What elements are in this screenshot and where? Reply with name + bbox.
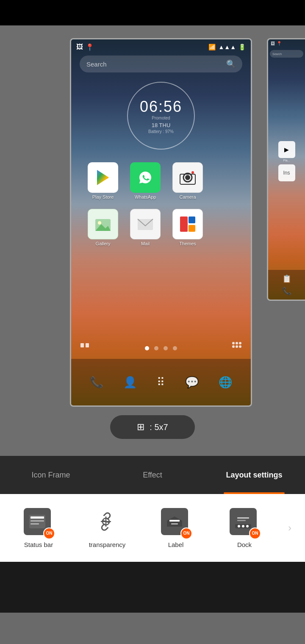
main-preview-area: 🖼 📍 📶 ▲▲▲ 🔋 Search 🔍 06:56 Promoted 18 T… (0, 25, 305, 456)
tab-layout-settings-label: Layout settings (226, 471, 282, 480)
page-dots (145, 346, 177, 350)
tab-effect-label: Effect (143, 471, 162, 480)
search-icon: 🔍 (226, 59, 236, 69)
phone-search-bar[interactable]: Search 🔍 (80, 56, 242, 72)
partial-app-2: Ins (278, 164, 295, 181)
label-settings-label: Label (168, 541, 184, 548)
status-left-icons: 🖼 📍 (76, 43, 94, 51)
page-dot-1 (145, 346, 149, 350)
app-icon-camera[interactable]: Camera (169, 162, 207, 205)
gallery-icon-bg (88, 209, 118, 239)
status-bar-label: Status bar (24, 541, 53, 548)
svg-rect-15 (189, 217, 195, 223)
grid-indicator[interactable]: ⊞ : 5x7 (110, 415, 195, 439)
svg-rect-18 (86, 343, 89, 347)
grid-indicator-label: : 5x7 (150, 422, 168, 432)
mail-svg (136, 215, 155, 233)
svg-point-23 (236, 345, 238, 348)
dock-icon-wrap: ON (230, 508, 259, 538)
tab-effect[interactable]: Effect (102, 456, 203, 494)
dock-icon-messages[interactable]: 💬 (185, 376, 199, 389)
svg-rect-17 (80, 343, 84, 347)
app-grid: Play Store WhatsApp (84, 162, 207, 251)
settings-item-transparency[interactable]: transparency (78, 508, 137, 548)
partial-status-bar: 🖼 📍 (268, 39, 305, 47)
app-icon-gallery[interactable]: Gallery (84, 209, 122, 251)
dock-icon-contacts[interactable]: 👤 (123, 376, 137, 389)
svg-point-39 (242, 525, 244, 527)
tab-icon-frame-label: Icon Frame (31, 471, 70, 480)
svg-point-40 (246, 525, 249, 527)
svg-point-5 (191, 171, 194, 174)
svg-point-20 (236, 342, 238, 344)
svg-rect-34 (169, 520, 180, 522)
svg-rect-42 (237, 520, 246, 521)
dock-settings-label: Dock (237, 541, 252, 548)
phone-dock-bar: 📞 👤 ⠿ 💬 🌐 (71, 359, 251, 405)
partial-location-icon: 📍 (277, 41, 282, 46)
tab-layout-settings[interactable]: Layout settings (203, 456, 305, 494)
svg-point-38 (238, 525, 240, 527)
status-bar-icon (28, 512, 47, 531)
svg-point-24 (239, 345, 241, 348)
partial-app-1: ▶ (278, 141, 295, 158)
dock-icon-browser[interactable]: 🌐 (219, 376, 232, 389)
svg-point-21 (239, 342, 241, 344)
app-label-playstore: Play Store (92, 194, 114, 200)
app-icon-mail[interactable]: Mail (126, 209, 164, 251)
playstore-svg (94, 168, 112, 187)
themes-svg (178, 215, 197, 233)
app-label-gallery: Gallery (96, 241, 111, 246)
app-label-mail: Mail (141, 241, 150, 246)
settings-row: ON Status bar transparency (0, 494, 305, 562)
playstore-icon-bg (88, 162, 118, 193)
camera-svg (178, 168, 197, 187)
clock-promoted: Promoted (152, 116, 170, 120)
partial-image-icon: 🖼 (271, 41, 275, 46)
settings-item-dock[interactable]: ON Dock (215, 508, 274, 548)
page-dot-4 (173, 346, 177, 350)
app-icon-whatsapp[interactable]: WhatsApp (126, 162, 164, 205)
bottom-bar (0, 562, 305, 613)
scroll-right-arrow[interactable]: › (283, 494, 296, 562)
app-label-themes: Themes (179, 241, 196, 246)
transparency-icon-box (92, 508, 119, 535)
transparency-icon (97, 512, 115, 531)
partial-search: Search (270, 50, 303, 58)
phone-preview-wrapper: 🖼 📍 📶 ▲▲▲ 🔋 Search 🔍 06:56 Promoted 18 T… (0, 38, 305, 407)
svg-point-9 (98, 221, 101, 225)
app-icon-themes[interactable]: Themes (169, 209, 207, 251)
status-right-icons: 📶 ▲▲▲ 🔋 (208, 44, 246, 50)
partial-dock: 📋 📞 (268, 270, 305, 300)
transparency-label: transparency (89, 541, 126, 548)
arrow-right-icon: › (288, 522, 291, 534)
settings-item-status-bar[interactable]: ON Status bar (9, 508, 68, 548)
location-status-icon: 📍 (86, 43, 94, 51)
label-icon-wrap: ON (161, 508, 191, 538)
app-icon-playstore[interactable]: Play Store (84, 162, 122, 205)
partial-dock-icon-1: 📋 (282, 274, 291, 283)
top-status-bar (0, 0, 305, 25)
svg-rect-35 (171, 523, 178, 525)
label-on-badge: ON (180, 527, 192, 539)
partial-search-text: Search (272, 53, 282, 56)
partial-app-label-1: Pla... (270, 159, 303, 162)
secondary-phone-screen: 🖼 📍 Search ▶ Pla... Ins 📋 📞 (267, 38, 305, 301)
grid-corner-icon (231, 341, 242, 355)
settings-item-label[interactable]: ON Label (146, 508, 205, 548)
page-dot-3 (164, 346, 168, 350)
svg-rect-28 (30, 523, 39, 525)
dock-icon-phone[interactable]: 📞 (90, 376, 103, 389)
tab-icon-frame[interactable]: Icon Frame (0, 456, 102, 494)
clock-date: 18 THU (152, 122, 171, 128)
dock-on-label: ON (252, 531, 258, 536)
tab-bar: Icon Frame Effect Layout settings (0, 456, 305, 494)
app-label-whatsapp: WhatsApp (135, 194, 156, 200)
camera-icon-bg (172, 162, 203, 193)
page-corner-icon (80, 342, 90, 355)
label-on-label: ON (183, 531, 190, 536)
dock-icon-apps[interactable]: ⠿ (157, 376, 165, 389)
clock-time: 06:56 (140, 98, 182, 116)
status-bar-icon-wrap: ON (24, 508, 53, 538)
dock-on-badge: ON (249, 527, 261, 539)
